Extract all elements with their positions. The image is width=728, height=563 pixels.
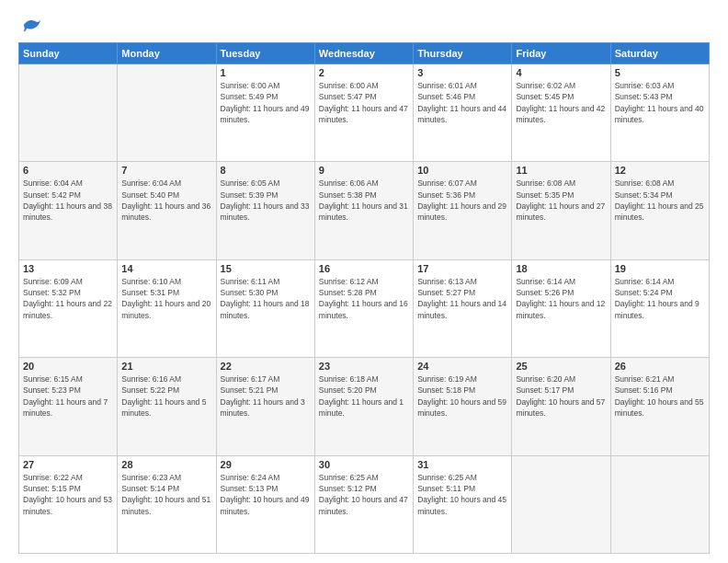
calendar-cell: 7Sunrise: 6:04 AM Sunset: 5:40 PM Daylig… xyxy=(118,162,216,259)
day-number: 3 xyxy=(417,67,507,78)
calendar-cell: 11Sunrise: 6:08 AM Sunset: 5:35 PM Dayli… xyxy=(512,162,610,259)
day-number: 13 xyxy=(23,263,113,274)
calendar-row-2: 6Sunrise: 6:04 AM Sunset: 5:42 PM Daylig… xyxy=(19,162,710,259)
day-number: 21 xyxy=(121,361,211,372)
day-number: 11 xyxy=(516,165,606,176)
day-number: 15 xyxy=(221,263,311,274)
day-info: Sunrise: 6:08 AM Sunset: 5:35 PM Dayligh… xyxy=(516,178,606,223)
calendar-table: SundayMondayTuesdayWednesdayThursdayFrid… xyxy=(18,42,710,554)
day-info: Sunrise: 6:05 AM Sunset: 5:39 PM Dayligh… xyxy=(221,178,311,223)
calendar-cell: 24Sunrise: 6:19 AM Sunset: 5:18 PM Dayli… xyxy=(414,358,512,455)
day-number: 4 xyxy=(516,67,606,78)
calendar-cell: 18Sunrise: 6:14 AM Sunset: 5:26 PM Dayli… xyxy=(512,259,610,357)
calendar-cell: 27Sunrise: 6:22 AM Sunset: 5:15 PM Dayli… xyxy=(19,455,118,553)
calendar-cell: 2Sunrise: 6:00 AM Sunset: 5:47 PM Daylig… xyxy=(314,64,413,162)
calendar-row-4: 20Sunrise: 6:15 AM Sunset: 5:23 PM Dayli… xyxy=(19,358,710,455)
calendar-cell: 25Sunrise: 6:20 AM Sunset: 5:17 PM Dayli… xyxy=(512,358,610,455)
header xyxy=(18,15,710,35)
day-number: 24 xyxy=(417,361,507,372)
calendar-cell: 1Sunrise: 6:00 AM Sunset: 5:49 PM Daylig… xyxy=(216,64,314,162)
calendar-cell: 20Sunrise: 6:15 AM Sunset: 5:23 PM Dayli… xyxy=(19,358,118,455)
logo-bird-icon xyxy=(22,15,42,35)
day-info: Sunrise: 6:12 AM Sunset: 5:28 PM Dayligh… xyxy=(319,276,409,321)
day-number: 9 xyxy=(319,165,409,176)
calendar-cell: 4Sunrise: 6:02 AM Sunset: 5:45 PM Daylig… xyxy=(512,64,610,162)
day-number: 14 xyxy=(121,263,211,274)
calendar-cell xyxy=(118,64,216,162)
calendar-cell: 8Sunrise: 6:05 AM Sunset: 5:39 PM Daylig… xyxy=(216,162,314,259)
day-info: Sunrise: 6:18 AM Sunset: 5:20 PM Dayligh… xyxy=(319,373,409,419)
day-info: Sunrise: 6:04 AM Sunset: 5:42 PM Dayligh… xyxy=(23,178,113,223)
day-number: 1 xyxy=(221,67,311,78)
calendar-cell: 16Sunrise: 6:12 AM Sunset: 5:28 PM Dayli… xyxy=(314,259,413,357)
calendar-cell: 28Sunrise: 6:23 AM Sunset: 5:14 PM Dayli… xyxy=(118,455,216,553)
day-info: Sunrise: 6:02 AM Sunset: 5:45 PM Dayligh… xyxy=(516,80,606,125)
day-number: 16 xyxy=(319,263,409,274)
day-number: 25 xyxy=(516,361,606,372)
day-info: Sunrise: 6:14 AM Sunset: 5:26 PM Dayligh… xyxy=(516,276,606,321)
day-number: 2 xyxy=(319,67,409,78)
calendar-cell: 5Sunrise: 6:03 AM Sunset: 5:43 PM Daylig… xyxy=(610,64,709,162)
day-info: Sunrise: 6:13 AM Sunset: 5:27 PM Dayligh… xyxy=(417,276,507,321)
weekday-header-wednesday: Wednesday xyxy=(314,43,413,64)
weekday-header-saturday: Saturday xyxy=(610,43,709,64)
day-info: Sunrise: 6:22 AM Sunset: 5:15 PM Dayligh… xyxy=(23,472,113,517)
calendar-cell: 26Sunrise: 6:21 AM Sunset: 5:16 PM Dayli… xyxy=(610,358,709,455)
calendar-cell: 12Sunrise: 6:08 AM Sunset: 5:34 PM Dayli… xyxy=(610,162,709,259)
day-info: Sunrise: 6:07 AM Sunset: 5:36 PM Dayligh… xyxy=(417,178,507,223)
day-number: 22 xyxy=(221,361,311,372)
day-number: 6 xyxy=(23,165,113,176)
day-info: Sunrise: 6:17 AM Sunset: 5:21 PM Dayligh… xyxy=(221,373,311,419)
calendar-cell: 9Sunrise: 6:06 AM Sunset: 5:38 PM Daylig… xyxy=(314,162,413,259)
day-number: 26 xyxy=(615,361,705,372)
calendar-row-3: 13Sunrise: 6:09 AM Sunset: 5:32 PM Dayli… xyxy=(19,259,710,357)
weekday-header-friday: Friday xyxy=(512,43,610,64)
day-number: 29 xyxy=(221,459,311,470)
day-info: Sunrise: 6:00 AM Sunset: 5:49 PM Dayligh… xyxy=(221,80,311,125)
day-info: Sunrise: 6:14 AM Sunset: 5:24 PM Dayligh… xyxy=(615,276,705,321)
day-number: 18 xyxy=(516,263,606,274)
calendar-cell: 6Sunrise: 6:04 AM Sunset: 5:42 PM Daylig… xyxy=(19,162,118,259)
weekday-header-monday: Monday xyxy=(118,43,216,64)
calendar-cell: 21Sunrise: 6:16 AM Sunset: 5:22 PM Dayli… xyxy=(118,358,216,455)
calendar-cell: 3Sunrise: 6:01 AM Sunset: 5:46 PM Daylig… xyxy=(414,64,512,162)
calendar-cell: 19Sunrise: 6:14 AM Sunset: 5:24 PM Dayli… xyxy=(610,259,709,357)
weekday-header-thursday: Thursday xyxy=(414,43,512,64)
page: SundayMondayTuesdayWednesdayThursdayFrid… xyxy=(0,0,728,563)
calendar-row-5: 27Sunrise: 6:22 AM Sunset: 5:15 PM Dayli… xyxy=(19,455,710,553)
calendar-cell: 10Sunrise: 6:07 AM Sunset: 5:36 PM Dayli… xyxy=(414,162,512,259)
day-info: Sunrise: 6:15 AM Sunset: 5:23 PM Dayligh… xyxy=(23,373,113,419)
day-info: Sunrise: 6:01 AM Sunset: 5:46 PM Dayligh… xyxy=(417,80,507,125)
day-info: Sunrise: 6:20 AM Sunset: 5:17 PM Dayligh… xyxy=(516,373,606,419)
day-info: Sunrise: 6:16 AM Sunset: 5:22 PM Dayligh… xyxy=(121,373,211,419)
weekday-header-row: SundayMondayTuesdayWednesdayThursdayFrid… xyxy=(19,43,710,64)
calendar-cell: 29Sunrise: 6:24 AM Sunset: 5:13 PM Dayli… xyxy=(216,455,314,553)
day-info: Sunrise: 6:10 AM Sunset: 5:31 PM Dayligh… xyxy=(121,276,211,321)
day-number: 28 xyxy=(121,459,211,470)
day-number: 20 xyxy=(23,361,113,372)
calendar-cell xyxy=(19,64,118,162)
calendar-cell: 15Sunrise: 6:11 AM Sunset: 5:30 PM Dayli… xyxy=(216,259,314,357)
calendar-cell: 13Sunrise: 6:09 AM Sunset: 5:32 PM Dayli… xyxy=(19,259,118,357)
day-info: Sunrise: 6:11 AM Sunset: 5:30 PM Dayligh… xyxy=(221,276,311,321)
day-number: 17 xyxy=(417,263,507,274)
calendar-cell xyxy=(610,455,709,553)
day-number: 23 xyxy=(319,361,409,372)
calendar-cell: 14Sunrise: 6:10 AM Sunset: 5:31 PM Dayli… xyxy=(118,259,216,357)
weekday-header-sunday: Sunday xyxy=(19,43,118,64)
day-number: 12 xyxy=(615,165,705,176)
day-number: 30 xyxy=(319,459,409,470)
day-number: 31 xyxy=(417,459,507,470)
calendar-cell: 31Sunrise: 6:25 AM Sunset: 5:11 PM Dayli… xyxy=(414,455,512,553)
day-info: Sunrise: 6:04 AM Sunset: 5:40 PM Dayligh… xyxy=(121,178,211,223)
day-number: 8 xyxy=(221,165,311,176)
calendar-cell: 17Sunrise: 6:13 AM Sunset: 5:27 PM Dayli… xyxy=(414,259,512,357)
calendar-cell xyxy=(512,455,610,553)
day-info: Sunrise: 6:08 AM Sunset: 5:34 PM Dayligh… xyxy=(615,178,705,223)
calendar-row-1: 1Sunrise: 6:00 AM Sunset: 5:49 PM Daylig… xyxy=(19,64,710,162)
day-number: 10 xyxy=(417,165,507,176)
weekday-header-tuesday: Tuesday xyxy=(216,43,314,64)
logo xyxy=(18,15,42,35)
day-info: Sunrise: 6:21 AM Sunset: 5:16 PM Dayligh… xyxy=(615,373,705,419)
calendar-cell: 30Sunrise: 6:25 AM Sunset: 5:12 PM Dayli… xyxy=(314,455,413,553)
